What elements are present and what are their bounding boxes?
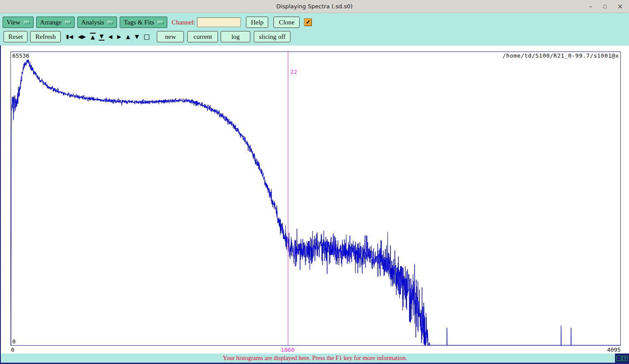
window-controls: – □ × <box>589 0 623 13</box>
statusbar-corner: − X <box>615 354 629 363</box>
menu-tags-fits-label: Tags & Fits <box>124 19 154 26</box>
status-close-icon[interactable]: X <box>622 356 628 361</box>
check-icon: ✓ <box>306 19 311 26</box>
nav-button-group: ▮◀ ◀▶ ▲ ▼ ◀ ▶ ▲ ▼ □ <box>65 33 151 41</box>
menu-indicator-icon <box>158 21 163 24</box>
menu-arrange[interactable]: Arrange <box>36 17 75 28</box>
menu-analysis-label: Analysis <box>81 19 104 26</box>
scroll-down-icon[interactable]: ▼ <box>134 33 140 40</box>
full-view-icon[interactable]: □ <box>143 33 151 41</box>
spectrum-trace <box>11 60 620 345</box>
plot-region: 22 65536 /home/td/S100/R21_0-99.7/s1001@… <box>0 45 629 354</box>
x-axis-min-label: 0 <box>11 347 14 353</box>
channel-label: Channel: <box>172 19 195 26</box>
scroll-top-icon[interactable]: ▲ <box>90 33 96 41</box>
scroll-left-icon[interactable]: ◀ <box>107 33 113 40</box>
channel-input[interactable] <box>197 17 241 27</box>
menu-indicator-icon <box>107 21 113 24</box>
menu-arrange-label: Arrange <box>40 19 62 26</box>
titlebar[interactable]: Displaying Spectra (.sd.s0) – □ × <box>0 0 629 13</box>
menu-analysis[interactable]: Analysis <box>77 17 118 28</box>
cursor-count-label: 22 <box>290 69 297 75</box>
minimize-icon[interactable]: – <box>589 3 592 10</box>
menu-indicator-icon <box>65 21 71 24</box>
spectrum-plot[interactable]: 22 65536 /home/td/S100/R21_0-99.7/s1001@… <box>10 52 621 346</box>
spectrum-canvas[interactable] <box>11 52 620 345</box>
status-message: Your histograms are displayed here. Pres… <box>223 355 407 362</box>
help-button[interactable]: Help <box>246 17 268 28</box>
menu-tags-fits[interactable]: Tags & Fits <box>120 17 167 28</box>
current-button[interactable]: current <box>187 31 218 42</box>
clone-checkbox[interactable]: ✓ <box>304 18 312 26</box>
y-axis-min-label: 0 <box>12 338 16 345</box>
cursor-marker-line[interactable] <box>288 52 288 345</box>
window-title: Displaying Spectra (.sd.s0) <box>0 3 629 10</box>
status-bar: Your histograms are displayed here. Pres… <box>0 354 629 364</box>
refresh-button[interactable]: Refresh <box>30 31 61 42</box>
toolbar: View Arrange Analysis Tags & Fits Channe… <box>0 13 629 45</box>
reset-button[interactable]: Reset <box>3 31 28 42</box>
scroll-up-icon[interactable]: ▲ <box>125 33 131 40</box>
new-button[interactable]: new <box>157 31 184 42</box>
scroll-bottom-icon[interactable]: ▼ <box>99 33 104 41</box>
close-icon[interactable]: × <box>617 3 623 10</box>
scroll-right-icon[interactable]: ▶ <box>116 33 122 40</box>
log-button[interactable]: log <box>221 31 250 42</box>
menu-view[interactable]: View <box>3 17 34 28</box>
scroll-home-icon[interactable]: ▮◀ <box>65 33 74 40</box>
menu-indicator-icon <box>24 21 30 24</box>
expand-x-icon[interactable]: ◀▶ <box>77 33 86 40</box>
status-minimize-icon[interactable]: − <box>616 356 622 361</box>
cursor-channel-label: 1860 <box>281 347 294 353</box>
toolbar-row-2: Reset Refresh ▮◀ ◀▶ ▲ ▼ ◀ ▶ ▲ ▼ □ new cu… <box>0 31 629 43</box>
maximize-icon[interactable]: □ <box>603 4 607 9</box>
x-axis-max-label: 4095 <box>607 347 621 353</box>
spectrum-file-path: /home/td/S100/R21_0-99.7/s1001@x <box>503 52 619 59</box>
y-axis-max-label: 65536 <box>12 52 29 59</box>
plot-canvas[interactable]: 22 <box>11 52 620 345</box>
toolbar-row-1: View Arrange Analysis Tags & Fits Channe… <box>0 16 629 28</box>
clone-button[interactable]: Clone <box>273 17 300 28</box>
menu-view-label: View <box>7 19 21 26</box>
slicing-toggle-button[interactable]: slicing off <box>254 31 290 42</box>
